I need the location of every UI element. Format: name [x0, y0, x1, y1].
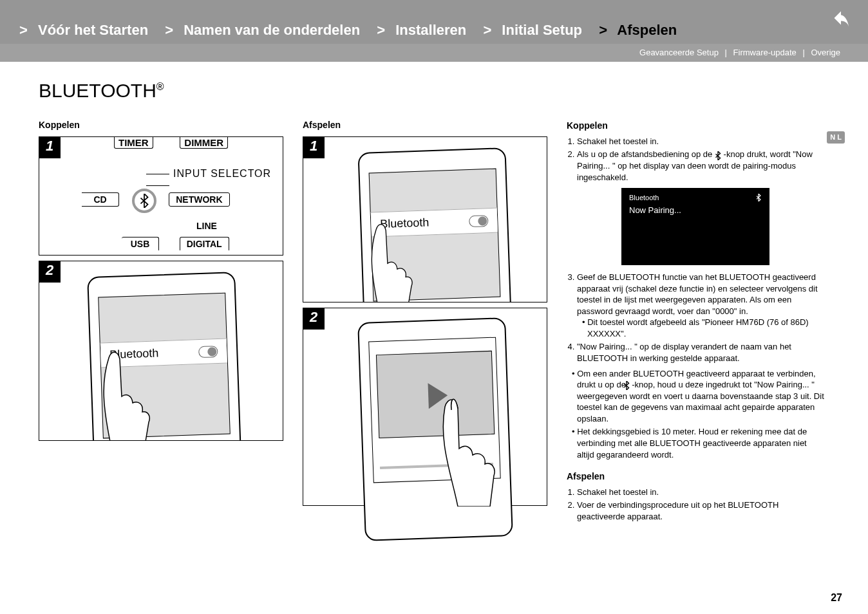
bluetooth-icon: [628, 380, 630, 391]
display-status: Now Pairing...: [629, 205, 762, 216]
sub-nav: Geavanceerde Setup | Firmware-update | O…: [0, 44, 868, 62]
bluetooth-icon: [715, 150, 721, 160]
figure-remote: 1 TIMER DIMMER INPUT SELECTOR CD NETWORK: [39, 136, 283, 256]
list-item: • Om een ander BLUETOOTH geactiveerd app…: [571, 368, 824, 425]
page-number: 27: [831, 592, 842, 604]
device-display: Bluetooth Now Pairing...: [621, 188, 769, 265]
step-badge-2: 2: [39, 261, 61, 283]
list-item: Voer de verbindingsprocedure uit op het …: [577, 499, 824, 522]
bluetooth-icon: [755, 193, 762, 205]
list-item: Schakel het toestel in.: [577, 136, 824, 147]
top-bar: > Vóór het Starten > Namen van de onderd…: [0, 0, 868, 44]
subnav-item[interactable]: Geavanceerde Setup: [639, 48, 719, 57]
breadcrumb-item[interactable]: > Installeren: [377, 22, 476, 38]
list-item: Als u op de afstandsbediening op de -kno…: [577, 149, 824, 183]
language-tab[interactable]: N L: [827, 131, 845, 144]
input-selector-label: INPUT SELECTOR: [142, 168, 283, 191]
breadcrumb: > Vóór het Starten > Namen van de onderd…: [19, 22, 690, 39]
hand-icon: [65, 332, 155, 441]
bluetooth-button: [132, 189, 156, 213]
heading-afspelen: Afspelen: [567, 470, 824, 483]
instructions: Koppelen Schakel het toestel in. Als u o…: [567, 120, 824, 526]
figure-phone-play1: 1 Bluetooth: [303, 136, 547, 302]
page-title: BLUETOOTH®: [39, 80, 842, 102]
breadcrumb-item[interactable]: > Vóór het Starten: [19, 22, 158, 38]
col2-heading: Afspelen: [303, 120, 547, 130]
step-badge-1: 1: [39, 136, 61, 158]
list-item: • Het dekkingsgebied is 10 meter. Houd e…: [571, 426, 824, 460]
list-item: Schakel het toestel in.: [577, 487, 824, 498]
breadcrumb-item[interactable]: > Initial Setup: [483, 22, 592, 38]
list-item: "Now Pairing... " op de display verander…: [577, 341, 824, 364]
step-badge-2b: 2: [303, 308, 325, 330]
figure-phone-play2: 2: [303, 308, 547, 506]
subnav-item[interactable]: Overige: [811, 48, 840, 57]
col1-heading: Koppelen: [39, 120, 283, 130]
heading-koppelen: Koppelen: [567, 120, 824, 132]
step-badge-1b: 1: [303, 136, 325, 158]
figure-phone-pair: 2 Bluetooth: [39, 261, 283, 441]
hand-icon: [335, 207, 419, 302]
breadcrumb-item[interactable]: > Namen van de onderdelen: [165, 22, 370, 38]
subnav-item[interactable]: Firmware-update: [733, 48, 797, 57]
toggle-icon: [469, 215, 489, 227]
breadcrumb-item-active[interactable]: > Afspelen: [599, 22, 683, 38]
hand-pointing-icon: [393, 371, 503, 507]
toggle-icon: [198, 346, 218, 358]
list-item: Geef de BLUETOOTH functie van het BLUETO…: [577, 272, 824, 339]
back-arrow-icon[interactable]: [829, 10, 853, 33]
